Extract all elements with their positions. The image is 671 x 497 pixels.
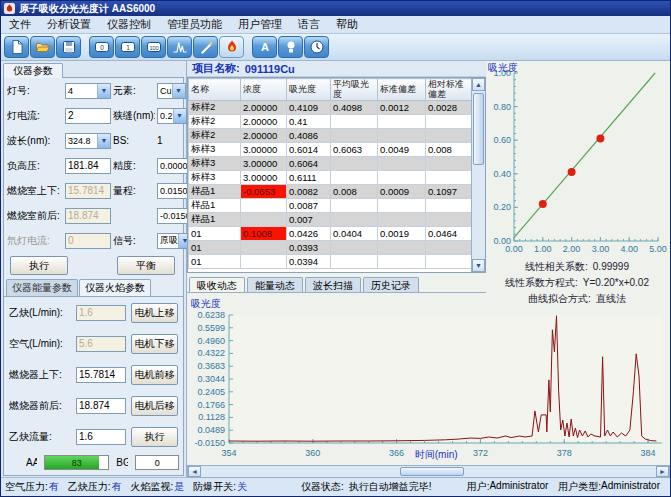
table-row[interactable]: 标样33.000000.6111	[189, 171, 472, 185]
table-row[interactable]: 010.0393	[189, 241, 472, 255]
tab-wavelength-scan[interactable]: 波长扫描	[305, 277, 361, 292]
menu-file[interactable]: 文件	[1, 16, 39, 33]
col-absorbance[interactable]: 吸光度	[287, 79, 331, 101]
table-cell	[378, 115, 426, 129]
motor-back-button[interactable]: 电机后移	[131, 396, 178, 416]
dynamic-tabs: 吸收动态 能量动态 波长扫描 历史记录	[187, 277, 486, 293]
toolbar-ignite-button[interactable]	[219, 36, 244, 58]
motor-up-button[interactable]: 电机上移	[131, 303, 178, 323]
table-cell: 2.00000	[241, 129, 287, 143]
scroll-right-icon[interactable]: ►	[656, 466, 669, 477]
table-cell: 样品1	[189, 199, 241, 213]
acetylene-flow-input[interactable]	[76, 429, 126, 445]
wavelength-select[interactable]: 324.8▼	[65, 133, 111, 149]
app-window: 原子吸收分光光度计 AAS6000 文件 分析设置 仪器控制 管理员功能 用户管…	[0, 0, 671, 497]
scroll-left-icon[interactable]: ◄	[188, 466, 201, 477]
range2-value: -0.0150	[158, 211, 191, 221]
table-cell: 3.00000	[241, 171, 287, 185]
x-tick-label: 4.00	[617, 244, 641, 254]
table-row[interactable]: 样品1-0.06530.00820.0080.00090.1097	[189, 185, 472, 199]
chart-scrollbar[interactable]: ◄ ►	[187, 465, 670, 478]
motor-down-button[interactable]: 电机下移	[131, 334, 178, 354]
flame-execute-button[interactable]: 执行	[131, 427, 178, 447]
table-cell: 0.0404	[331, 227, 378, 241]
table-cell: 01	[189, 241, 241, 255]
table-row[interactable]: 010.0394	[189, 255, 472, 269]
project-name-label: 项目名称:	[192, 61, 240, 76]
menu-analysis-settings[interactable]: 分析设置	[39, 16, 99, 33]
calibration-y-axis-title: 吸光度	[488, 61, 518, 75]
toolbar-meter100-button[interactable]: 100	[141, 36, 166, 58]
slit-select[interactable]: 0.2▼	[157, 108, 187, 124]
table-cell	[426, 129, 472, 143]
x-tick-label: 1.00	[531, 244, 555, 254]
toolbar-meter0-button[interactable]: 0	[89, 36, 114, 58]
col-rsd[interactable]: 相对标准偏差	[426, 79, 472, 101]
toolbar-calibrate-button[interactable]	[193, 36, 218, 58]
scrollbar-thumb[interactable]	[473, 93, 484, 165]
table-cell: 0.0028	[426, 101, 472, 115]
toolbar-lamp-button[interactable]	[278, 36, 303, 58]
table-cell: 0.0394	[287, 255, 331, 269]
table-cell: 0.0464	[426, 227, 472, 241]
table-row[interactable]: 标样33.000000.6064	[189, 157, 472, 171]
tab-energy-dynamics[interactable]: 能量动态	[247, 277, 303, 292]
toolbar-auto-gain-button[interactable]: A	[252, 36, 277, 58]
menu-admin-functions[interactable]: 管理员功能	[159, 16, 230, 33]
col-std-dev[interactable]: 标准偏差	[378, 79, 426, 101]
lamp-no-label: 灯号:	[7, 84, 63, 98]
table-row[interactable]: 010.10080.04260.04040.00190.0464	[189, 227, 472, 241]
new-file-icon	[9, 39, 25, 55]
table-cell: 01	[189, 227, 241, 241]
workspace: 项目名称: 091119Cu 名称 浓度 吸光度 平均吸光度 标准偏差	[187, 61, 670, 477]
lamp-no-select[interactable]: 4▼	[65, 83, 111, 99]
balance-button[interactable]: 平衡	[117, 256, 175, 275]
table-row[interactable]: 样品10.007	[189, 213, 472, 227]
toolbar-save-button[interactable]	[56, 36, 81, 58]
pen-icon	[198, 39, 214, 55]
col-avg-absorbance[interactable]: 平均吸光度	[331, 79, 378, 101]
burner-fb-input[interactable]	[76, 398, 126, 414]
table-cell	[378, 199, 426, 213]
tab-absorption-dynamics[interactable]: 吸收动态	[189, 277, 245, 292]
scrollbar-thumb[interactable]	[400, 467, 464, 476]
burner-fb-label: 燃烧器前后:	[9, 399, 71, 413]
results-table-body: 标样22.000000.41090.40980.00120.0028标样22.0…	[189, 101, 472, 269]
x-axis-title: 时间(min)	[415, 448, 458, 462]
table-row[interactable]: 标样33.000000.60140.60630.00490.008	[189, 143, 472, 157]
col-concentration[interactable]: 浓度	[241, 79, 287, 101]
instrument-status-label: 仪器状态:	[301, 480, 344, 494]
table-cell	[331, 199, 378, 213]
y-tick-label: 0.80	[485, 102, 511, 112]
table-row[interactable]: 标样22.000000.4086	[189, 129, 472, 143]
toolbar-timer-button[interactable]	[304, 36, 329, 58]
tab-flame-params[interactable]: 仪器火焰参数	[79, 279, 151, 296]
neg-hv-input[interactable]	[65, 158, 111, 174]
lamp-current-input[interactable]	[65, 108, 111, 124]
toolbar-new-file-button[interactable]	[4, 36, 29, 58]
table-scrollbar[interactable]: ▲ ▼	[471, 78, 485, 272]
tab-instrument-params[interactable]: 仪器参数	[3, 63, 63, 78]
motor-forward-button[interactable]: 电机前移	[131, 365, 178, 385]
table-row[interactable]: 样品10.0087	[189, 199, 472, 213]
tab-history[interactable]: 历史记录	[363, 277, 419, 292]
table-cell: 标样3	[189, 157, 241, 171]
corr-coef-label: 线性相关系数:	[525, 261, 588, 272]
menu-user-management[interactable]: 用户管理	[230, 16, 290, 33]
menu-language[interactable]: 语言	[290, 16, 328, 33]
execute-button[interactable]: 执行	[10, 256, 68, 275]
burner-ud-input[interactable]	[76, 367, 126, 383]
menu-instrument-control[interactable]: 仪器控制	[99, 16, 159, 33]
col-name[interactable]: 名称	[189, 79, 241, 101]
menu-help[interactable]: 帮助	[328, 16, 366, 33]
toolbar-open-button[interactable]	[30, 36, 55, 58]
toolbar-peak-scan-button[interactable]	[167, 36, 192, 58]
toolbar-meter1-button[interactable]: 1	[115, 36, 140, 58]
corr-coef-value: 0.99999	[593, 261, 629, 272]
table-row[interactable]: 标样22.000000.41	[189, 115, 472, 129]
svg-text:1: 1	[126, 44, 130, 51]
element-select[interactable]: Cu▼	[157, 83, 186, 99]
tab-energy-params[interactable]: 仪器能量参数	[6, 279, 78, 296]
table-row[interactable]: 标样22.000000.41090.40980.00120.0028	[189, 101, 472, 115]
y-tick-label: 0.00	[485, 236, 511, 246]
